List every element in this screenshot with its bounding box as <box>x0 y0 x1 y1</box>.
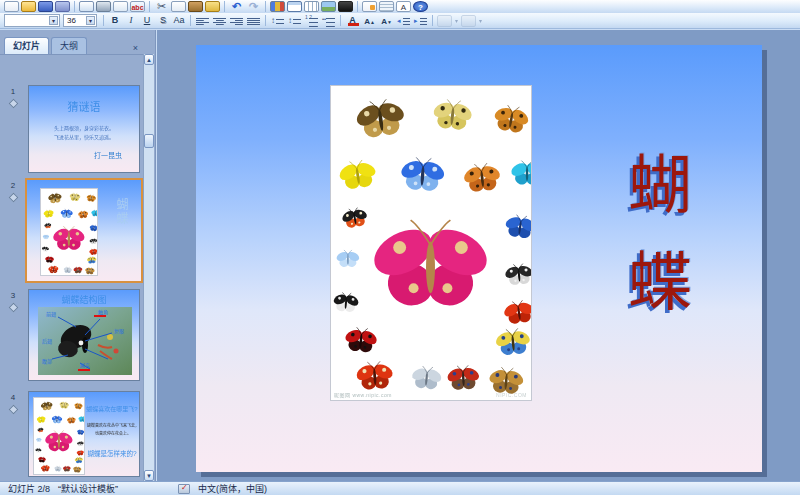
bold-button[interactable]: B <box>108 14 122 27</box>
butterfly <box>59 401 70 410</box>
watermark-text: 昵图网 www.nipic.com <box>334 391 392 398</box>
line-color-button[interactable] <box>461 15 476 27</box>
slide-thumbnail-4[interactable]: 蝴蝶喜欢在哪里飞? 蝴蝶喜欢在花丛中飞来飞去， 也喜欢停在花朵上。 蝴蝶是怎样来… <box>28 391 140 477</box>
shadow-button[interactable]: S <box>156 14 170 27</box>
tab-outline[interactable]: 大纲 <box>51 37 87 54</box>
align-right-icon[interactable] <box>229 15 244 27</box>
butterfly <box>42 209 54 219</box>
line-spacing-increase-icon[interactable] <box>270 15 285 27</box>
print-icon[interactable] <box>96 1 111 12</box>
butterfly <box>54 466 63 473</box>
current-slide-canvas[interactable]: 昵图网 www.nipic.com NIPIC.COM 蝴 蝶 <box>196 45 762 472</box>
butterfly <box>91 210 97 217</box>
slide-thumbnail-3[interactable]: 蝴蝶结构图 <box>28 289 140 381</box>
undo-icon[interactable]: ↶ <box>229 1 244 12</box>
redo-icon[interactable]: ↷ <box>246 1 261 12</box>
insert-media-icon[interactable] <box>338 1 353 12</box>
thumb2-vtitle: 蝴蝶 <box>113 198 130 226</box>
spelling-icon[interactable]: abc <box>130 1 145 12</box>
decrease-font-size-icon[interactable]: A▼ <box>379 15 394 27</box>
underline-button[interactable]: U <box>140 14 154 27</box>
presentation-app: abc✂↶↷A? ▾ 36 ▾ B I U S Aa AA▲A▼ ▾ ▾ 幻灯片… <box>0 0 800 495</box>
increase-font-size-icon[interactable]: A▲ <box>362 15 377 27</box>
svg-text:腹部: 腹部 <box>42 358 52 365</box>
slide-thumbnail-2[interactable]: 蝴蝶 <box>25 178 143 283</box>
save-all-icon[interactable] <box>55 1 70 12</box>
thumb4-body1: 蝴蝶喜欢在花丛中飞来飞去， <box>87 422 139 428</box>
insert-chart-icon[interactable] <box>270 1 285 12</box>
butterfly <box>37 427 45 433</box>
chevron-down-icon[interactable]: ▾ <box>477 15 484 27</box>
paste-icon[interactable] <box>188 1 203 12</box>
animation-star-icon[interactable] <box>9 193 16 200</box>
separator <box>74 1 75 12</box>
format-painter-icon[interactable] <box>205 1 220 12</box>
email-icon[interactable] <box>79 1 94 12</box>
insert-table-icon[interactable] <box>287 1 302 12</box>
slide-number: 3 <box>6 291 20 300</box>
tab-slides[interactable]: 幻灯片 <box>4 37 49 54</box>
close-icon[interactable]: × <box>129 41 142 54</box>
italic-button[interactable]: I <box>124 14 138 27</box>
butterfly <box>339 206 370 231</box>
font-size-combobox[interactable]: 36 ▾ <box>63 14 97 27</box>
scroll-up-icon[interactable]: ▲ <box>144 54 154 65</box>
zoom-icon[interactable]: A <box>396 1 411 12</box>
help-icon[interactable]: ? <box>413 1 428 12</box>
animation-star-icon[interactable] <box>9 405 16 412</box>
language-indicator[interactable]: 中文(简体，中国) <box>198 482 267 495</box>
animation-star-icon[interactable] <box>9 303 16 310</box>
butterfly <box>72 466 82 473</box>
chevron-down-icon[interactable]: ▾ <box>49 16 58 25</box>
font-color-icon[interactable]: A <box>345 15 360 27</box>
font-name-combobox[interactable]: ▾ <box>4 14 60 27</box>
thumb1-body2: 飞进花丛里，快乐又逍遥。 <box>29 133 139 140</box>
scrollbar-thumb[interactable] <box>144 134 154 148</box>
butterfly <box>40 401 54 412</box>
open-folder-icon[interactable] <box>21 1 36 12</box>
numbered-list-icon[interactable] <box>304 15 319 27</box>
chevron-down-icon[interactable]: ▾ <box>453 15 460 27</box>
butterfly <box>89 238 97 245</box>
butterfly <box>41 246 49 252</box>
slide-thumbnail-1[interactable]: 猜谜语 头上两根须，身穿彩花衣。 飞进花丛里，快乐又逍遥。 打一昆虫 <box>28 85 140 173</box>
animation-star-icon[interactable] <box>9 99 16 106</box>
increase-indent-icon[interactable] <box>413 15 428 27</box>
butterfly-collage-image[interactable]: 昵图网 www.nipic.com NIPIC.COM <box>330 85 532 401</box>
table-grid-icon[interactable] <box>304 1 319 12</box>
align-center-icon[interactable] <box>212 15 227 27</box>
character-spacing-button[interactable]: Aa <box>172 14 186 27</box>
line-spacing-decrease-icon[interactable] <box>287 15 302 27</box>
new-slide-icon[interactable] <box>362 1 377 12</box>
butterfly <box>40 464 50 472</box>
butterfly-collage-mini <box>34 398 84 474</box>
butterfly <box>37 456 46 463</box>
align-justify-icon[interactable] <box>246 15 261 27</box>
scroll-down-icon[interactable]: ▼ <box>144 470 154 481</box>
save-icon[interactable] <box>38 1 53 12</box>
thumb3-title: 蝴蝶结构图 <box>29 293 139 306</box>
design-template-name[interactable]: “默认设计模板” <box>58 482 118 495</box>
decrease-indent-icon[interactable] <box>396 15 411 27</box>
butterfly <box>77 210 89 219</box>
insert-picture-icon[interactable] <box>321 1 336 12</box>
fill-color-button[interactable] <box>437 15 452 27</box>
bulleted-list-icon[interactable] <box>321 15 336 27</box>
cut-icon[interactable]: ✂ <box>154 1 169 12</box>
thumbnail-scrollbar[interactable]: ▲ ▼ <box>143 54 154 481</box>
standard-toolbar: abc✂↶↷A? <box>0 0 800 13</box>
print-preview-icon[interactable] <box>113 1 128 12</box>
copy-icon[interactable] <box>171 1 186 12</box>
thumb4-title2: 蝴蝶是怎样来的? <box>85 448 139 458</box>
chevron-down-icon[interactable]: ▾ <box>86 16 95 25</box>
align-left-icon[interactable] <box>195 15 210 27</box>
new-document-icon[interactable] <box>4 1 19 12</box>
spellcheck-status-icon[interactable] <box>178 484 190 494</box>
butterfly <box>353 360 396 392</box>
butterfly <box>44 256 55 264</box>
panel-tabbar: 幻灯片 大纲 × <box>0 34 156 54</box>
show-grid-icon[interactable] <box>379 1 394 12</box>
slide-vertical-title[interactable]: 蝴 蝶 <box>618 137 702 331</box>
separator <box>103 15 104 26</box>
thumbnail-list: 1 猜谜语 头上两根须，身穿彩花衣。 飞进花丛里，快乐又逍遥。 打一昆虫 2 蝴… <box>0 54 144 481</box>
